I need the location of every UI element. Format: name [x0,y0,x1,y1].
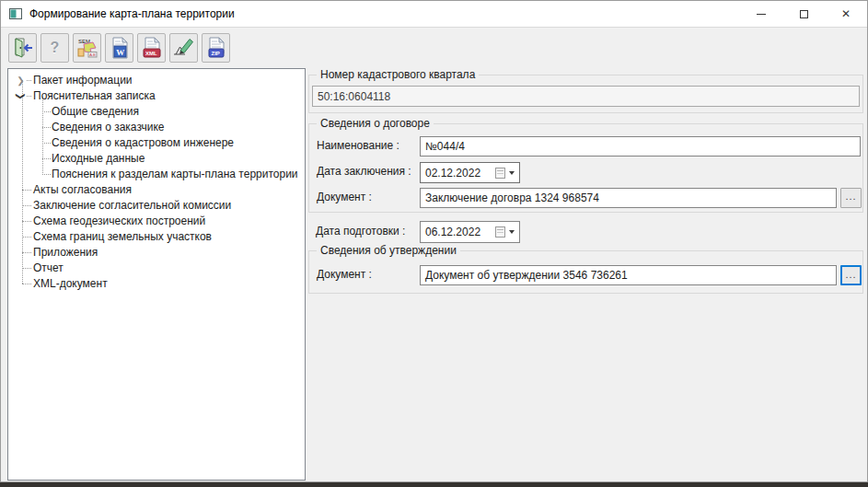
tree-item-label: Отчет [33,261,64,274]
app-window: Формирование карта-плана территории ? SE… [0,0,868,482]
sem-map-icon: SEM A.B [75,36,99,60]
contract-document-field[interactable]: Заключение договра 1324 968574 [420,188,837,208]
contract-name-field[interactable]: №044/4 [420,136,861,157]
tree-item-paket-informacii[interactable]: Пакет информации [8,73,305,88]
date-value: 02.12.2022 [425,167,480,180]
word-export-button[interactable]: W [105,33,133,63]
svg-text:XML: XML [145,51,157,56]
approval-document-field[interactable]: Документ об утверждении 3546 736261 [420,265,837,285]
preparation-date-label: Дата подготовки : [316,225,405,238]
tree-item-label: Пояснения к разделам карты-плана террито… [52,168,298,180]
tree-item-label: Исходные данные [52,152,145,165]
titlebar: Формирование карта-плана территории [1,1,867,27]
group-title: Сведения об утверждении [317,244,460,257]
zip-export-button[interactable]: ZIP [202,33,230,63]
word-doc-icon: W [108,36,132,60]
help-button[interactable]: ? [41,33,69,63]
group-approval-info: Сведения об утверждении Документ : Докум… [308,250,863,294]
svg-text:ZIP: ZIP [211,51,219,56]
dropdown-arrow-icon[interactable] [509,230,515,234]
window-controls [740,1,867,27]
desktop-edge [0,482,868,487]
calendar-icon[interactable] [495,168,505,179]
sem-button[interactable]: SEM A.B [73,33,101,63]
approval-document-browse-button[interactable]: ... [840,265,862,285]
tree-item-svedeniya-o-kadastrovom-inzhenere[interactable]: Сведения о кадастровом инженере [8,135,305,151]
exit-button[interactable] [8,33,37,63]
tree-item-label: Акты согласования [33,183,132,196]
tree-item-label: Схема геодезических построений [33,215,205,227]
tree-item-label: XML-документ [33,277,108,290]
preparation-date-picker[interactable]: 06.12.2022 [420,221,520,243]
tree-item-iskhodnye-dannye[interactable]: Исходные данные [8,151,305,167]
tree-item-poyasneniya-k-razdelam[interactable]: Пояснения к разделам карты-плана террито… [8,167,305,182]
toolbar: ? SEM A.B W [1,28,867,67]
close-button[interactable] [825,1,867,27]
tree-item-svedeniya-o-zakazchike[interactable]: Сведения о заказчике [8,120,305,135]
group-contract-info: Сведения о договоре Наименование : №044/… [308,123,863,213]
tree-item-prilozheniya[interactable]: Приложения [8,245,305,261]
svg-text:A.B: A.B [89,52,96,57]
contract-document-browse-button[interactable]: ... [840,188,862,208]
conclusion-date-picker[interactable]: 02.12.2022 [420,162,520,183]
tree-item-label: Схема границ земельных участков [33,230,212,243]
door-exit-icon [11,36,35,60]
tree-item-skhema-granits[interactable]: Схема границ земельных участков [8,229,305,245]
tree-item-xml-dokument[interactable]: XML-документ [8,276,305,292]
tree-item-label: Пакет информации [33,74,133,87]
tree-item-label: Сведения о кадастровом инженере [52,136,234,149]
xml-export-button[interactable]: XML [137,33,166,63]
group-title: Номер кадастрового квартала [317,68,479,81]
group-cadastral-quarter: Номер кадастрового квартала 50:16:060411… [308,75,863,113]
tree-item-poyasnitelnaya-zapiska[interactable]: Пояснительная записка [8,88,305,104]
document-label: Документ : [317,268,372,281]
conclusion-date-label: Дата заключения : [317,165,411,178]
close-icon [841,7,851,20]
maximize-button[interactable] [782,1,825,27]
tree-item-akty-soglasovaniya[interactable]: Акты согласования [8,182,305,198]
group-title: Сведения о договоре [317,117,434,130]
minimize-icon [757,14,766,15]
tree-item-label: Приложения [33,246,98,259]
xml-doc-icon: XML [140,36,164,60]
svg-text:W: W [116,48,124,57]
window-title: Формирование карта-плана территории [29,7,235,20]
tree-item-label: Общие сведения [52,105,139,118]
app-window-icon [9,8,22,19]
zip-doc-icon: ZIP [204,36,228,60]
tree-item-zaklyuchenie-komissii[interactable]: Заключение согласительной комиссии [8,198,305,214]
date-value: 06.12.2022 [425,226,480,238]
maximize-icon [800,10,808,18]
chevron-down-icon[interactable] [15,88,27,104]
tree-item-label: Заключение согласительной комиссии [33,199,231,212]
calendar-icon[interactable] [495,226,505,238]
tree-item-otchet[interactable]: Отчет [8,261,305,276]
section-tree: Пакет информации Пояснительная записка О… [7,68,306,481]
cadastral-quarter-field[interactable]: 50:16:0604118 [312,86,860,107]
document-label: Документ : [317,191,372,203]
name-label: Наименование : [317,139,399,152]
chevron-right-icon[interactable] [15,73,27,88]
tree-item-skhema-geodezicheskikh[interactable]: Схема геодезических построений [8,214,305,229]
minimize-button[interactable] [740,1,782,27]
tree-item-label: Сведения о заказчике [52,121,165,133]
tree-item-obshchie-svedeniya[interactable]: Общие сведения [8,104,305,120]
tree-item-label: Пояснительная записка [33,89,156,102]
signature-pen-icon [172,36,196,60]
signature-button[interactable] [169,33,198,63]
dropdown-arrow-icon[interactable] [509,171,515,175]
question-icon: ? [51,40,60,56]
